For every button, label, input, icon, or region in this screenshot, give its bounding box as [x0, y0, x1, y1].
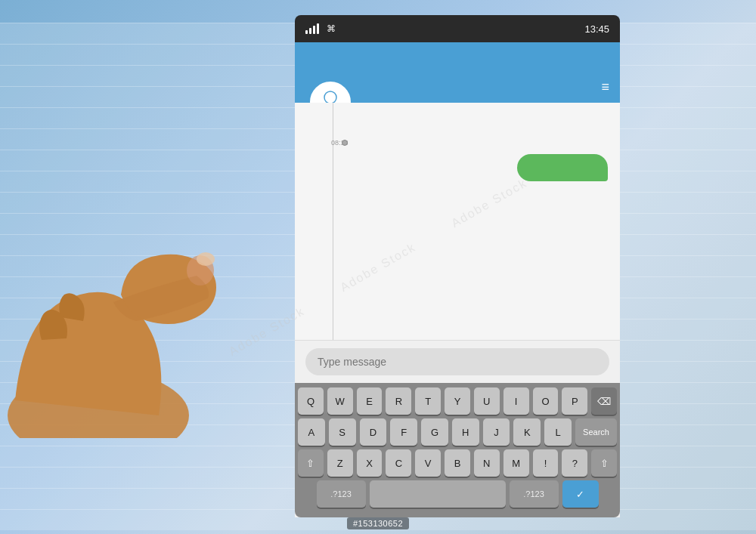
key-n[interactable]: N — [474, 449, 500, 477]
svg-point-3 — [324, 91, 336, 103]
signal-bars-icon — [305, 23, 319, 34]
key-c[interactable]: C — [386, 449, 411, 477]
status-bar: ⌘ 13:45 — [295, 15, 620, 42]
key-q[interactable]: Q — [298, 387, 324, 415]
key-o[interactable]: O — [533, 387, 559, 415]
message-input-area — [295, 340, 620, 383]
enter-key[interactable]: ✓ — [562, 480, 599, 508]
keyboard-row-1: Q W E R T Y U I O P ⌫ — [298, 387, 617, 415]
phone-screen: ≡ 08:18 Q W E R — [295, 42, 620, 517]
key-p[interactable]: P — [562, 387, 587, 415]
message-bubble — [517, 154, 608, 181]
key-e[interactable]: E — [357, 387, 383, 415]
key-k[interactable]: K — [513, 418, 541, 446]
key-j[interactable]: J — [483, 418, 510, 446]
backspace-key[interactable]: ⌫ — [591, 387, 617, 415]
key-v[interactable]: V — [415, 449, 441, 477]
chat-body: 08:18 — [295, 103, 620, 340]
key-l[interactable]: L — [544, 418, 572, 446]
key-z[interactable]: Z — [327, 449, 353, 477]
key-t[interactable]: T — [415, 387, 441, 415]
keyboard-row-2: A S D F G H J K L Search — [298, 418, 617, 446]
timeline-dot — [342, 140, 348, 146]
shift-key[interactable]: ⇧ — [298, 449, 324, 477]
key-i[interactable]: I — [503, 387, 529, 415]
key-question[interactable]: ? — [562, 449, 587, 477]
key-w[interactable]: W — [327, 387, 353, 415]
keyboard-row-4: .?123 .?123 ✓ — [298, 480, 617, 508]
search-key[interactable]: Search — [575, 418, 617, 446]
phone: ⌘ 13:45 ≡ 08:18 — [295, 15, 620, 517]
message-row — [307, 154, 608, 181]
status-bar-left: ⌘ — [305, 23, 336, 34]
key-f[interactable]: F — [390, 418, 417, 446]
key-h[interactable]: H — [452, 418, 479, 446]
wifi-icon: ⌘ — [327, 23, 336, 34]
key-y[interactable]: Y — [445, 387, 470, 415]
message-input[interactable] — [305, 348, 609, 375]
symbols-key-left[interactable]: .?123 — [317, 480, 366, 508]
space-key[interactable] — [370, 480, 506, 508]
keyboard: Q W E R T Y U I O P ⌫ A S D F G H J — [295, 383, 620, 517]
key-b[interactable]: B — [445, 449, 470, 477]
key-a[interactable]: A — [298, 418, 325, 446]
symbols-key-right[interactable]: .?123 — [510, 480, 559, 508]
key-s[interactable]: S — [329, 418, 356, 446]
key-x[interactable]: X — [357, 449, 383, 477]
key-g[interactable]: G — [421, 418, 448, 446]
key-exclaim[interactable]: ! — [533, 449, 559, 477]
keyboard-row-3: ⇧ Z X C V B N M ! ? ⇧ — [298, 449, 617, 477]
menu-icon[interactable]: ≡ — [601, 79, 609, 95]
key-d[interactable]: D — [360, 418, 387, 446]
shift-key-right[interactable]: ⇧ — [591, 449, 617, 477]
key-u[interactable]: U — [474, 387, 500, 415]
key-m[interactable]: M — [503, 449, 529, 477]
key-r[interactable]: R — [386, 387, 411, 415]
clock: 13:45 — [584, 23, 609, 35]
chat-header: ≡ — [295, 42, 620, 103]
timestamp-area: 08:18 — [307, 139, 608, 147]
